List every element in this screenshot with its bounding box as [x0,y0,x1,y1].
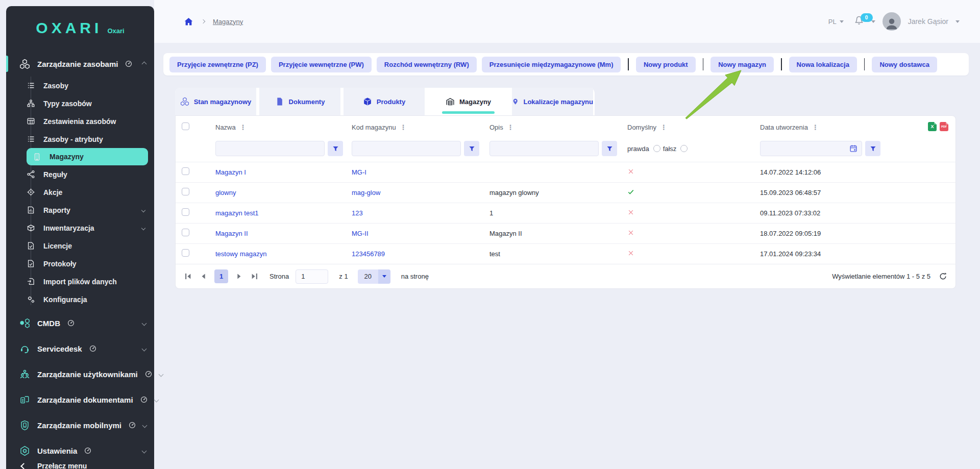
funnel-icon [606,145,613,152]
sidebar-item-konfiguracja[interactable]: Konfiguracja [6,290,154,308]
divider [628,58,629,70]
chevron-down-icon [142,448,147,453]
breadcrumb-chevron-icon [201,19,205,23]
sidebar-item-magazyny[interactable]: Magazyny [27,148,148,165]
column-menu-icon[interactable]: ⋮ [240,124,247,131]
tab-lokalizacje-magazynu[interactable]: Lokalizacje magazynu [512,88,593,115]
filter-opis-input[interactable] [489,141,599,156]
sidebar-item-zasoby-atrybuty[interactable]: Zasoby - atrybuty [6,130,154,148]
sidebar-section-cmdb[interactable]: CMDB [6,312,154,334]
warehouse-name-link[interactable]: glowny [215,189,236,196]
tab-produkty[interactable]: Produkty [344,88,425,115]
section-label: Zarządzanie zasobami [37,60,118,68]
chevron-down-icon[interactable] [871,20,875,23]
oxari-logo: OXARI Oxari [6,6,154,42]
warehouse-code-link[interactable]: 123 [352,209,363,217]
tab-magazyny[interactable]: Magazyny [428,88,509,115]
avatar[interactable] [883,12,901,31]
chevron-down-icon[interactable] [955,20,960,23]
nowy-magazyn-button[interactable]: Nowy magazyn [710,57,774,72]
filter-data-input[interactable] [760,141,862,156]
first-page-icon[interactable] [184,272,192,281]
filter-opis-button[interactable] [602,141,617,156]
przyjecie-zewnetrzne-button[interactable]: Przyjęcie zewnętrzne (PZ) [169,57,266,72]
row-checkbox[interactable] [182,167,189,175]
refresh-icon[interactable] [939,272,947,281]
przyjecie-wewnetrzne-button[interactable]: Przyjęcie wewnętrzne (PW) [271,57,372,72]
page-size-select[interactable]: 20 [358,269,390,284]
column-menu-icon[interactable]: ⋮ [812,124,819,131]
rozchod-wewnetrzny-button[interactable]: Rozchód wewnętrzny (RW) [377,57,477,72]
last-page-icon[interactable] [250,272,259,281]
list-icon [27,81,35,90]
home-icon[interactable] [184,17,193,27]
warehouse-description: 1 [481,209,619,217]
page-number-input[interactable] [296,269,328,284]
warehouse-code-link[interactable]: MG-I [352,168,366,176]
radio-falsz[interactable] [680,145,688,152]
sidebar-item-import-plikow[interactable]: Import plików danych [6,273,154,290]
nowa-lokalizacja-button[interactable]: Nowa lokalizacja [789,57,857,72]
sidebar-section-zarzadzanie-zasobami[interactable]: Zarządzanie zasobami [6,53,154,75]
calendar-icon[interactable] [849,144,857,153]
column-header-nazwa: Nazwa [215,124,236,131]
select-all-checkbox[interactable] [182,122,189,130]
sidebar-item-inwentaryzacja[interactable]: Inwentaryzacja [6,219,154,237]
tab-dokumenty[interactable]: Dokumenty [259,88,340,115]
nowy-dostawca-button[interactable]: Nowy dostawca [872,57,937,72]
of-pages-label: z 1 [339,273,348,280]
row-checkbox[interactable] [182,188,189,195]
sidebar-section-zarzadzanie-uzytkownikami[interactable]: Zarządzanie użytkownikami [6,363,154,385]
warehouse-code-link[interactable]: mag-glow [352,189,380,196]
column-menu-icon[interactable]: ⋮ [660,124,667,131]
filter-nazwa-input[interactable] [215,141,325,156]
warehouse-name-link[interactable]: Magazyn I [215,168,246,176]
tab-stan-magazynowy[interactable]: Stan magazynowy [175,88,256,115]
sidebar-item-protokoly[interactable]: Protokoły [6,255,154,273]
radio-prawda[interactable] [653,145,660,152]
warehouse-code-link[interactable]: MG-II [352,230,369,237]
warehouse-name-link[interactable]: testowy magazyn [215,250,266,258]
next-page-icon[interactable] [235,272,243,281]
breadcrumb-magazyny-link[interactable]: Magazyny [213,18,243,26]
sidebar-section-ustawienia[interactable]: Ustawienia [6,440,154,461]
warehouse-name-link[interactable]: Magazyn II [215,230,248,237]
filter-kod-button[interactable] [464,141,479,156]
row-checkbox[interactable] [182,229,189,236]
filter-nazwa-button[interactable] [328,141,343,156]
previous-page-icon[interactable] [199,272,208,281]
sidebar-section-zarzadzanie-mobilnymi[interactable]: Zarządzanie mobilnymi [6,414,154,436]
sidebar-item-reguly[interactable]: Reguły [6,165,154,183]
przesuniecie-miedzymagazynowe-button[interactable]: Przesunięcie międzymagazynowe (Mm) [482,57,621,72]
filter-data-button[interactable] [865,141,880,156]
column-menu-icon[interactable]: ⋮ [400,124,407,131]
page-number-button[interactable]: 1 [214,269,228,283]
per-page-label: na stronę [401,273,429,280]
sidebar-item-zestawienia-zasobow[interactable]: Zestawienia zasobów [6,112,154,130]
filter-kod-input[interactable] [352,141,461,156]
export-pdf-icon[interactable]: PDF [940,122,948,131]
nowy-produkt-button[interactable]: Nowy produkt [636,57,696,72]
sidebar-item-typy-zasobow[interactable]: Typy zasobów [6,94,154,112]
sidebar-item-akcje[interactable]: Akcje [6,183,154,201]
row-checkbox[interactable] [182,249,189,257]
warehouse-code-link[interactable]: 123456789 [352,250,385,258]
true-icon [627,188,634,195]
column-menu-icon[interactable]: ⋮ [507,124,514,131]
warehouse-icon [446,97,455,106]
sidebar-section-zarzadzanie-dokumentami[interactable]: Zarządzanie dokumentami [6,389,154,410]
false-icon [627,229,634,236]
export-excel-icon[interactable]: X [928,122,937,131]
row-checkbox[interactable] [182,208,189,216]
sidebar-section-servicedesk[interactable]: Servicedesk [6,338,154,359]
notifications-button[interactable]: 0 [854,15,864,28]
menu-toggle[interactable]: Przełącz menu [6,462,154,469]
divider [703,58,704,70]
sidebar-item-zasoby[interactable]: Zasoby [6,77,154,94]
language-selector[interactable]: PL [828,18,844,26]
sidebar-item-raporty[interactable]: Raporty [6,201,154,219]
sidebar-item-licencje[interactable]: Licencje [6,237,154,255]
warehouse-name-link[interactable]: magazyn test1 [215,209,259,217]
chevron-down-icon [141,208,145,212]
chevron-down-icon [840,20,844,23]
